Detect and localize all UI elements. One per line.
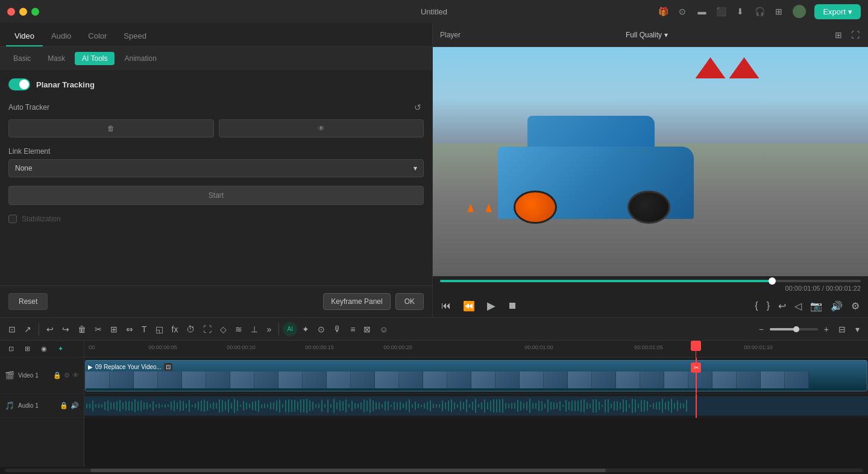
fullscreen-icon[interactable]: ⛶ (850, 30, 861, 40)
panel-actions: Reset Keyframe Panel OK (0, 285, 432, 317)
fx-button[interactable]: fx (168, 322, 182, 337)
reset-tracker-button[interactable]: ↺ (412, 101, 424, 113)
zoom-out-button[interactable]: − (755, 322, 767, 337)
link-element-dropdown[interactable]: None ▾ (8, 159, 424, 177)
delete-tracker-button[interactable]: 🗑 (8, 119, 214, 137)
film-frame-19 (520, 371, 544, 388)
video-clip[interactable]: ▶ 09 Replace Your Video... ⊡ (85, 360, 867, 391)
stop-button[interactable]: ⏹ (506, 299, 518, 312)
time-display: 00:00:01:05 / 00:00:01:22 (440, 282, 861, 294)
reset-button[interactable]: Reset (8, 293, 48, 310)
visibility-icon[interactable]: 👁 (72, 371, 79, 379)
timer-button[interactable]: ⏱ (183, 322, 198, 337)
sticker-button[interactable]: ☺ (376, 322, 391, 337)
ai-button[interactable]: AI (283, 322, 297, 337)
audio-track-button[interactable]: ≋ (231, 322, 246, 337)
audio-track-label: 🎵 Audio 1 🔒 🔊 (0, 394, 84, 418)
settings-button[interactable]: ⚙ (850, 299, 861, 313)
add-video-track-button[interactable]: ⊡ (5, 343, 17, 355)
scrollbar-track[interactable] (5, 469, 863, 472)
frame-back-button[interactable]: ⏪ (462, 299, 476, 313)
track-settings-icon[interactable]: ⚙ (64, 371, 70, 379)
scrollbar-thumb[interactable] (90, 469, 605, 472)
progress-bar[interactable] (440, 280, 861, 282)
ruler-inner: :00 00:00:00:05 00:00:00:10 00:00:00:15 … (84, 341, 868, 357)
film-frame-9 (278, 371, 303, 388)
download-icon[interactable]: ⬇ (735, 6, 746, 17)
zoom-slider[interactable] (770, 328, 818, 330)
tab-color[interactable]: Color (80, 27, 115, 46)
more2-button[interactable]: ▾ (852, 322, 863, 337)
headphone-icon[interactable]: 🎧 (754, 6, 765, 17)
minimize-button[interactable] (19, 8, 27, 16)
redo-button[interactable]: ↪ (58, 322, 73, 337)
eye-tracker-button[interactable]: 👁 (219, 119, 424, 137)
stabilization-checkbox[interactable] (8, 215, 17, 223)
bookmark-icon[interactable]: ⬛ (715, 6, 726, 17)
shape-button[interactable]: ◇ (216, 322, 230, 337)
add-audio-track-button[interactable]: ⊞ (21, 343, 34, 355)
effects-button[interactable]: ✦ (298, 322, 313, 337)
more-button[interactable]: » (263, 322, 275, 337)
add-media-button[interactable]: ◉ (37, 343, 51, 355)
mic-button[interactable]: 🎙 (330, 322, 345, 337)
ruler-time-5: 00:00:01:00 (524, 344, 553, 350)
grid-view-icon[interactable]: ⊞ (833, 30, 844, 40)
video-scene (433, 47, 868, 276)
film-frame-21 (568, 371, 592, 388)
lock-icon[interactable]: 🔒 (53, 371, 61, 379)
transitions-button[interactable]: ⊙ (314, 322, 329, 337)
undo-button[interactable]: ↩ (43, 322, 57, 337)
current-time: 00:00:01:05 (785, 285, 820, 292)
sub-tab-mask[interactable]: Mask (40, 52, 72, 65)
sub-tab-ai-tools[interactable]: AI Tools (75, 52, 115, 65)
text-button[interactable]: T (138, 322, 151, 337)
captions-button[interactable]: ≡ (347, 322, 359, 337)
sub-tab-animation[interactable]: Animation (117, 52, 163, 65)
fullscreen2-button[interactable]: ⛶ (200, 322, 215, 337)
maximize-button[interactable] (31, 8, 39, 16)
filmstrip (86, 371, 867, 388)
planar-tracking-toggle[interactable] (8, 78, 30, 90)
screenshot-button[interactable]: 📷 (809, 299, 823, 313)
audio-button[interactable]: 🔊 (829, 299, 844, 313)
transform-button[interactable]: ⊞ (107, 322, 121, 337)
mark-out-button[interactable]: } (766, 299, 771, 312)
tab-audio[interactable]: Audio (43, 27, 80, 46)
add-to-timeline-button[interactable]: ↩ (777, 299, 787, 313)
sub-tab-basic[interactable]: Basic (6, 52, 38, 65)
step-back-button[interactable]: ⏮ (440, 299, 452, 312)
keyframe-panel-button[interactable]: Keyframe Panel (323, 293, 390, 310)
split-button[interactable]: ⇔ (122, 322, 137, 337)
crop-button[interactable]: ◱ (152, 322, 167, 337)
circle-icon[interactable]: ⊙ (677, 6, 688, 17)
close-button[interactable] (7, 8, 15, 16)
cut-button[interactable]: ✂ (91, 322, 105, 337)
avatar-icon[interactable] (793, 5, 806, 18)
delete-button[interactable]: 🗑 (74, 322, 90, 337)
add-clip-button[interactable]: ✦ (54, 343, 67, 355)
audio-vol-icon[interactable]: 🔊 (71, 402, 79, 409)
overlay-button[interactable]: ⊠ (360, 322, 374, 337)
select-tool-button[interactable]: ⊡ (5, 322, 19, 337)
play-button[interactable]: ▶ (486, 298, 497, 314)
prev-frame-button[interactable]: ◁ (793, 299, 803, 313)
monitor-icon[interactable]: ▬ (696, 6, 707, 17)
audio-lock-icon[interactable]: 🔒 (60, 402, 68, 409)
grid-icon[interactable]: ⊞ (773, 6, 784, 17)
ruler-time-4: 00:00:00:20 (383, 344, 412, 350)
tab-speed[interactable]: Speed (115, 27, 155, 46)
toolbar: ⊡ ↗ ↩ ↪ 🗑 ✂ ⊞ ⇔ T ◱ fx ⏱ ⛶ ◇ ≋ ⊥ » AI ✦ … (0, 318, 868, 341)
select-tool-2-button[interactable]: ↗ (20, 322, 35, 337)
trim-button[interactable]: ⊥ (247, 322, 262, 337)
gift-icon[interactable]: 🎁 (658, 6, 668, 17)
ok-button[interactable]: OK (395, 293, 424, 310)
mark-in-button[interactable]: { (753, 299, 759, 312)
tab-video[interactable]: Video (6, 27, 43, 46)
zoom-in-button[interactable]: + (820, 322, 832, 337)
start-button[interactable]: Start (8, 186, 424, 205)
export-button[interactable]: Export ▾ (814, 4, 861, 19)
layout-button[interactable]: ⊟ (835, 322, 849, 337)
quality-dropdown[interactable]: Full Quality ▾ (626, 31, 668, 39)
chevron-down-icon: ▾ (414, 164, 417, 172)
